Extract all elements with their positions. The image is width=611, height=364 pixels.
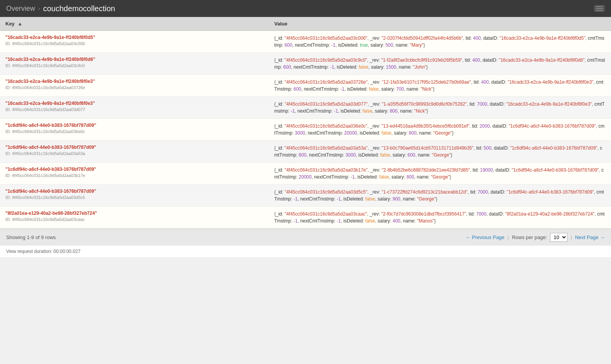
- rows-per-page-label: Rows per page:: [512, 234, 547, 240]
- table-row[interactable]: "16cadc33-e2ca-4e9b-9a1e-ff240bf8f0d6"ID…: [0, 53, 611, 75]
- key-id: "1c6df94c-a6cf-44e0-b383-1676bf787d09": [5, 123, 263, 128]
- table-row[interactable]: "1c6df94c-a6cf-44e0-b383-1676bf787d09"ID…: [0, 141, 611, 163]
- value-text: {_id: "4f45cc064c031c16c9d5a5d2aa03a53a"…: [274, 145, 602, 158]
- value-cell: {_id: "4f45cc064c031c16c9d5a5d2aa03caac"…: [269, 207, 611, 229]
- key-cell[interactable]: "1c6df94c-a6cf-44e0-b383-1676bf787d09"ID…: [0, 185, 269, 207]
- key-id: "1c6df94c-a6cf-44e0-b383-1676bf787d09": [5, 167, 263, 172]
- value-cell: {_id: "4f45cc064c031c16c9d5a5d2aa03c9c0"…: [269, 53, 611, 75]
- key-cell[interactable]: "1c6df94c-a6cf-44e0-b383-1676bf787d09"ID…: [0, 119, 269, 141]
- key-id: "8f2a01ea-e129-40a2-be98-28bf327eb724": [5, 211, 263, 216]
- key-id: "16cadc33-e2ca-4e9b-9a1e-ff240bf8f0e3": [5, 101, 263, 106]
- value-cell: {_id: "4f45cc064c031c16c9d5a5d2aa03c006"…: [269, 31, 611, 53]
- key-cell[interactable]: "16cadc33-e2ca-4e9b-9a1e-ff240bf8f0d5"ID…: [0, 31, 269, 53]
- value-text: {_id: "4f45cc064c031c16c9d5a5d2aa03caac"…: [274, 211, 604, 224]
- header-icon: [594, 5, 605, 12]
- separator-1: |: [508, 234, 509, 240]
- table-row[interactable]: "16cadc33-e2ca-4e9b-9a1e-ff240bf8f0d5"ID…: [0, 31, 611, 53]
- prev-page-button[interactable]: ← Previous Page: [466, 234, 505, 240]
- table-row[interactable]: "8f2a01ea-e129-40a2-be98-28bf327eb724"ID…: [0, 207, 611, 229]
- rows-per-page-select[interactable]: 102550: [550, 233, 567, 242]
- key-id: "1c6df94c-a6cf-44e0-b383-1676bf787d09": [5, 189, 263, 194]
- key-cell[interactable]: "8f2a01ea-e129-40a2-be98-28bf327eb724"ID…: [0, 207, 269, 229]
- key-id: "16cadc33-e2ca-4e9b-9a1e-ff240bf8f0d6": [5, 57, 263, 62]
- svg-rect-2: [596, 10, 603, 11]
- table-row[interactable]: "1c6df94c-a6cf-44e0-b383-1676bf787d09"ID…: [0, 185, 611, 207]
- key-sub: ID: 4f45cc064c031c16c9d5a5d2aa03726e: [5, 85, 85, 90]
- value-cell: {_id: "4f45cc064c031c16c9d5a5d2aa03a53a"…: [269, 141, 611, 163]
- key-cell[interactable]: "1c6df94c-a6cf-44e0-b383-1676bf787d09"ID…: [0, 141, 269, 163]
- header-collection: couchdemocollection: [43, 4, 115, 13]
- key-sub: ID: 4f45cc064c031c16c9d5a5d2aa03caac: [5, 217, 85, 222]
- key-id: "16cadc33-e2ca-4e9b-9a1e-ff240bf8f0d5": [5, 35, 263, 40]
- value-cell: {_id: "4f45cc064c031c16c9d5a5d2aa03d5c5"…: [269, 185, 611, 207]
- key-cell[interactable]: "16cadc33-e2ca-4e9b-9a1e-ff240bf8f0d6"ID…: [0, 53, 269, 75]
- data-table: Key ▲ Value "16cadc33-e2ca-4e9b-9a1e-ff2…: [0, 17, 611, 229]
- value-cell: {_id: "4f45cc064c031c16c9d5a5d2aa036e0c"…: [269, 119, 611, 141]
- svg-rect-0: [596, 6, 603, 7]
- key-sub: ID: 4f45cc064c031c16c9d5a5d2aa03d5c5: [5, 195, 85, 200]
- request-duration-text: View request duration: 00:00:00.027: [6, 249, 81, 254]
- sort-arrow-icon: ▲: [17, 21, 22, 27]
- value-text: {_id: "4f45cc064c031c16c9d5a5d2aa03b17e"…: [274, 167, 604, 180]
- footer: Showing 1-9 of 9 rows ← Previous Page | …: [0, 229, 611, 246]
- key-sub: ID: 4f45cc064c031c16c9d5a5d2aa03c9c0: [5, 63, 85, 68]
- key-cell[interactable]: "16cadc33-e2ca-4e9b-9a1e-ff240bf8f0e3"ID…: [0, 75, 269, 97]
- key-id: "16cadc33-e2ca-4e9b-9a1e-ff240bf8f0e3": [5, 79, 263, 84]
- col-header-value: Value: [269, 17, 611, 31]
- table-row[interactable]: "16cadc33-e2ca-4e9b-9a1e-ff240bf8f0e3"ID…: [0, 97, 611, 119]
- value-cell: {_id: "4f45cc064c031c16c9d5a5d2aa03d077"…: [269, 97, 611, 119]
- key-sub: ID: 4f45cc064c031c16c9d5a5d2aa03b17e: [5, 173, 85, 178]
- table-row[interactable]: "1c6df94c-a6cf-44e0-b383-1676bf787d09"ID…: [0, 163, 611, 185]
- key-id: "1c6df94c-a6cf-44e0-b383-1676bf787d09": [5, 145, 263, 150]
- showing-rows-text: Showing 1-9 of 9 rows: [6, 234, 466, 240]
- table-row[interactable]: "1c6df94c-a6cf-44e0-b383-1676bf787d09"ID…: [0, 119, 611, 141]
- pagination-controls: ← Previous Page | Rows per page: 102550 …: [466, 233, 605, 242]
- value-text: {_id: "4f45cc064c031c16c9d5a5d2aa03d077"…: [274, 101, 605, 114]
- col-header-key[interactable]: Key ▲: [0, 17, 269, 31]
- next-page-button[interactable]: Next Page →: [575, 234, 605, 240]
- sub-footer: View request duration: 00:00:00.027: [0, 246, 611, 257]
- header-chevron: ›: [38, 5, 40, 12]
- header-overview[interactable]: Overview: [6, 5, 35, 13]
- key-sub: ID: 4f45cc064c031c16c9d5a5d2aa03d077: [5, 107, 85, 112]
- value-text: {_id: "4f45cc064c031c16c9d5a5d2aa03c9c0"…: [274, 57, 605, 70]
- key-cell[interactable]: "16cadc33-e2ca-4e9b-9a1e-ff240bf8f0e3"ID…: [0, 97, 269, 119]
- key-sub: ID: 4f45cc064c031c16c9d5a5d2aa03a53a: [5, 151, 85, 156]
- main-content: Key ▲ Value "16cadc33-e2ca-4e9b-9a1e-ff2…: [0, 17, 611, 229]
- value-text: {_id: "4f45cc064c031c16c9d5a5d2aa03726e"…: [274, 79, 603, 92]
- value-text: {_id: "4f45cc064c031c16c9d5a5d2aa03d5c5"…: [274, 189, 604, 202]
- header: Overview › couchdemocollection: [0, 0, 611, 17]
- key-cell[interactable]: "1c6df94c-a6cf-44e0-b383-1676bf787d09"ID…: [0, 163, 269, 185]
- key-sub: ID: 4f45cc064c031c16c9d5a5d2aa036e0c: [5, 129, 85, 134]
- value-text: {_id: "4f45cc064c031c16c9d5a5d2aa03c006"…: [274, 35, 604, 48]
- value-cell: {_id: "4f45cc064c031c16c9d5a5d2aa03726e"…: [269, 75, 611, 97]
- value-cell: {_id: "4f45cc064c031c16c9d5a5d2aa03b17e"…: [269, 163, 611, 185]
- key-sub: ID: 4f45cc064c031c16c9d5a5d2aa03c006: [5, 41, 85, 46]
- table-row[interactable]: "16cadc33-e2ca-4e9b-9a1e-ff240bf8f0e3"ID…: [0, 75, 611, 97]
- value-text: {_id: "4f45cc064c031c16c9d5a5d2aa036e0c"…: [274, 123, 604, 136]
- separator-2: |: [570, 234, 572, 240]
- svg-rect-1: [596, 8, 603, 9]
